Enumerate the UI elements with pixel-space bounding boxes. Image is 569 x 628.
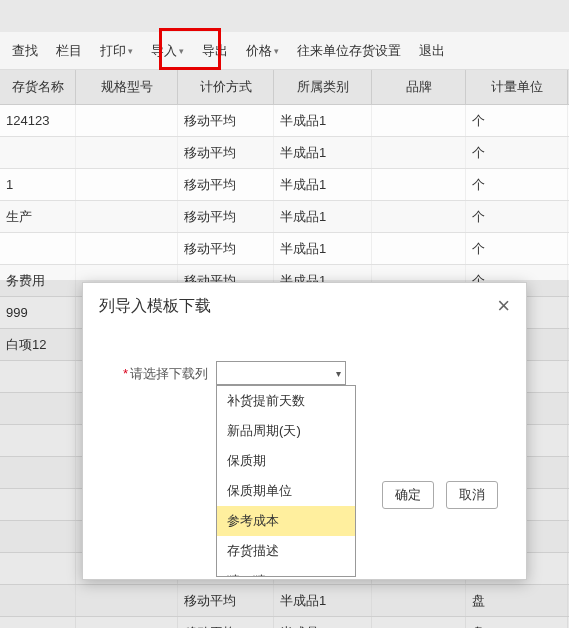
toolbar-vendor-stock-label: 往来单位存货设置 bbox=[297, 42, 401, 60]
dropdown-option[interactable]: 补货提前天数 bbox=[217, 386, 355, 416]
th-category[interactable]: 所属类别 bbox=[274, 70, 372, 104]
dropdown-wrap: ▾ 补货提前天数新品周期(天)保质期保质期单位参考成本存货描述猜一猜 bbox=[216, 361, 346, 385]
cell-unit: 个 bbox=[466, 201, 568, 232]
dropdown-option[interactable]: 猜一猜 bbox=[217, 566, 355, 577]
toolbar-print-label: 打印 bbox=[100, 42, 126, 60]
chevron-down-icon: ▾ bbox=[274, 46, 279, 56]
cell-pricing: 移动平均 bbox=[178, 137, 274, 168]
th-brand[interactable]: 品牌 bbox=[372, 70, 466, 104]
cell-name: 124123 bbox=[0, 105, 76, 136]
chevron-down-icon: ▾ bbox=[179, 46, 184, 56]
toolbar-export-label: 导出 bbox=[202, 42, 228, 60]
cell-name: 1 bbox=[0, 169, 76, 200]
toolbar-print[interactable]: 打印▾ bbox=[100, 42, 133, 60]
dropdown-option[interactable]: 存货描述 bbox=[217, 536, 355, 566]
cell-category: 半成品1 bbox=[274, 233, 372, 264]
cell-category: 半成品1 bbox=[274, 137, 372, 168]
cell-brand bbox=[372, 169, 466, 200]
toolbar-export[interactable]: 导出 bbox=[202, 42, 228, 60]
toolbar: 查找 栏目 打印▾ 导入▾ 导出 价格▾ 往来单位存货设置 退出 bbox=[0, 32, 569, 70]
cancel-button[interactable]: 取消 bbox=[446, 481, 498, 509]
cell-category: 半成品1 bbox=[274, 105, 372, 136]
cell-category: 半成品1 bbox=[274, 201, 372, 232]
required-star-icon: * bbox=[123, 366, 128, 381]
cell-brand bbox=[372, 233, 466, 264]
cell-unit: 个 bbox=[466, 137, 568, 168]
cell-name bbox=[0, 137, 76, 168]
dropdown-list[interactable]: 补货提前天数新品周期(天)保质期保质期单位参考成本存货描述猜一猜 bbox=[216, 385, 356, 577]
dropdown-option[interactable]: 保质期 bbox=[217, 446, 355, 476]
chevron-down-icon: ▾ bbox=[128, 46, 133, 56]
column-select[interactable]: ▾ bbox=[216, 361, 346, 385]
modal-buttons: 确定 取消 bbox=[382, 481, 498, 509]
toolbar-find[interactable]: 查找 bbox=[12, 42, 38, 60]
cell-brand bbox=[372, 137, 466, 168]
th-spec[interactable]: 规格型号 bbox=[76, 70, 178, 104]
table-row[interactable]: 生产移动平均半成品1个 bbox=[0, 201, 569, 233]
th-pricing[interactable]: 计价方式 bbox=[178, 70, 274, 104]
toolbar-exit-label: 退出 bbox=[419, 42, 445, 60]
cell-category: 半成品1 bbox=[274, 169, 372, 200]
table-row[interactable]: 移动平均半成品1个 bbox=[0, 137, 569, 169]
cell-pricing: 移动平均 bbox=[178, 201, 274, 232]
cell-name bbox=[0, 233, 76, 264]
dropdown-option[interactable]: 保质期单位 bbox=[217, 476, 355, 506]
cell-unit: 个 bbox=[466, 105, 568, 136]
cell-unit: 个 bbox=[466, 233, 568, 264]
ok-button[interactable]: 确定 bbox=[382, 481, 434, 509]
cell-pricing: 移动平均 bbox=[178, 105, 274, 136]
field-label: *请选择下载列 bbox=[123, 361, 208, 383]
cell-spec bbox=[76, 169, 178, 200]
cell-pricing: 移动平均 bbox=[178, 169, 274, 200]
table-header: 存货名称 规格型号 计价方式 所属类别 品牌 计量单位 bbox=[0, 70, 569, 105]
dropdown-option[interactable]: 新品周期(天) bbox=[217, 416, 355, 446]
toolbar-import[interactable]: 导入▾ bbox=[151, 42, 184, 60]
table-row[interactable]: 1移动平均半成品1个 bbox=[0, 169, 569, 201]
table-row[interactable]: 移动平均半成品1个 bbox=[0, 233, 569, 265]
close-icon[interactable]: × bbox=[497, 295, 510, 317]
toolbar-columns[interactable]: 栏目 bbox=[56, 42, 82, 60]
top-spacer bbox=[0, 0, 569, 32]
cell-spec bbox=[76, 105, 178, 136]
table-row[interactable]: 124123移动平均半成品1个 bbox=[0, 105, 569, 137]
field-label-text: 请选择下载列 bbox=[130, 366, 208, 381]
cell-spec bbox=[76, 201, 178, 232]
toolbar-find-label: 查找 bbox=[12, 42, 38, 60]
toolbar-columns-label: 栏目 bbox=[56, 42, 82, 60]
toolbar-import-label: 导入 bbox=[151, 42, 177, 60]
cell-spec bbox=[76, 233, 178, 264]
toolbar-price[interactable]: 价格▾ bbox=[246, 42, 279, 60]
modal-header: 列导入模板下载 × bbox=[83, 283, 526, 327]
chevron-down-icon: ▾ bbox=[336, 368, 341, 379]
cell-brand bbox=[372, 201, 466, 232]
modal-title: 列导入模板下载 bbox=[99, 296, 211, 317]
toolbar-vendor-stock[interactable]: 往来单位存货设置 bbox=[297, 42, 401, 60]
cell-spec bbox=[76, 137, 178, 168]
toolbar-price-label: 价格 bbox=[246, 42, 272, 60]
cell-brand bbox=[372, 105, 466, 136]
modal-body: *请选择下载列 ▾ 补货提前天数新品周期(天)保质期保质期单位参考成本存货描述猜… bbox=[83, 327, 526, 395]
import-template-modal: 列导入模板下载 × *请选择下载列 ▾ 补货提前天数新品周期(天)保质期保质期单… bbox=[82, 282, 527, 580]
th-name[interactable]: 存货名称 bbox=[0, 70, 76, 104]
dropdown-option[interactable]: 参考成本 bbox=[217, 506, 355, 536]
cell-unit: 个 bbox=[466, 169, 568, 200]
cell-name: 生产 bbox=[0, 201, 76, 232]
toolbar-exit[interactable]: 退出 bbox=[419, 42, 445, 60]
cell-pricing: 移动平均 bbox=[178, 233, 274, 264]
th-unit[interactable]: 计量单位 bbox=[466, 70, 568, 104]
